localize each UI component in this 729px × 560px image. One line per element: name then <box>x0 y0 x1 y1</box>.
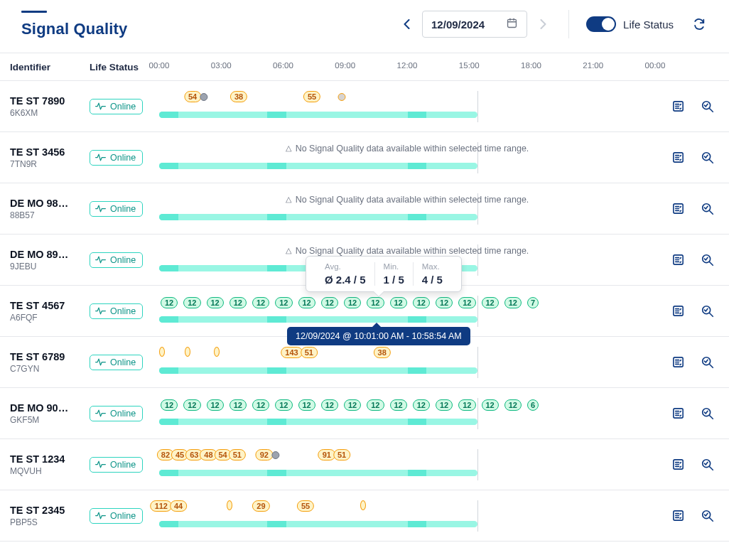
count-badge[interactable]: 6 <box>527 399 539 411</box>
details-button[interactable] <box>671 458 685 472</box>
count-badge[interactable]: 12 <box>436 297 453 308</box>
refresh-icon <box>693 18 706 31</box>
timeline-marker[interactable]: 38 <box>374 347 391 358</box>
inspect-button[interactable] <box>701 99 715 114</box>
row-actions <box>655 202 719 216</box>
count-badge[interactable]: 7 <box>527 297 539 308</box>
count-badge[interactable]: 12 <box>321 399 338 411</box>
inspect-icon <box>701 355 715 370</box>
tooltip-arrow <box>374 291 384 296</box>
timeline-marker[interactable]: 54 <box>184 91 207 102</box>
count-badge[interactable]: 12 <box>482 399 499 411</box>
identifier-cell: DE MO 89…9JEBU <box>10 249 90 271</box>
warning-icon: △ <box>286 195 291 204</box>
inspect-button[interactable] <box>701 355 715 370</box>
timeline-marker[interactable] <box>214 347 220 359</box>
status-badge: Online <box>90 252 143 268</box>
count-badge[interactable]: 12 <box>390 399 407 411</box>
count-badge[interactable]: 12 <box>183 297 200 308</box>
count-badge[interactable]: 12 <box>161 297 178 308</box>
vertical-divider <box>568 10 569 38</box>
life-status-toggle[interactable] <box>586 16 616 32</box>
inspect-button[interactable] <box>701 253 715 267</box>
details-button[interactable] <box>671 509 685 523</box>
count-badge[interactable]: 12 <box>275 297 292 308</box>
timeline-marker[interactable]: 55 <box>303 91 320 102</box>
inspect-button[interactable] <box>701 458 715 472</box>
inspect-button[interactable] <box>701 406 715 421</box>
timeline-marker[interactable]: 9151 <box>318 449 351 461</box>
timeline-marker[interactable] <box>360 500 366 512</box>
date-picker[interactable]: 12/09/2024 <box>422 11 527 38</box>
count-badge[interactable]: 12 <box>252 399 269 411</box>
next-date-button[interactable] <box>534 16 551 33</box>
details-button[interactable] <box>671 304 685 318</box>
timeline-marker[interactable]: 29 <box>252 500 269 512</box>
count-badge[interactable]: 12 <box>344 399 361 411</box>
details-button[interactable] <box>671 151 685 165</box>
calendar-icon <box>506 17 518 31</box>
count-badge[interactable]: 12 <box>413 399 430 411</box>
count-badge[interactable]: 12 <box>230 399 247 411</box>
count-badge[interactable]: 12 <box>504 297 522 308</box>
inspect-button[interactable] <box>701 151 715 165</box>
refresh-button[interactable] <box>691 16 708 33</box>
bar-segment <box>267 470 286 476</box>
timeline-marker[interactable]: 92 <box>256 449 279 461</box>
details-button[interactable] <box>671 202 685 216</box>
count-badge[interactable]: 12 <box>458 297 475 308</box>
identifier-main: TE ST 6789 <box>10 351 77 362</box>
life-status-cell: Online <box>90 201 159 217</box>
count-badge[interactable]: 12 <box>298 399 315 411</box>
timeline-marker[interactable]: 14351 <box>281 347 318 358</box>
count-badge[interactable]: 12 <box>207 399 224 411</box>
inspect-button[interactable] <box>701 509 715 523</box>
identifier-sub: 6K6XM <box>10 108 90 118</box>
details-button[interactable] <box>671 406 685 421</box>
details-button[interactable] <box>671 355 685 370</box>
count-badge[interactable]: 12 <box>413 297 430 308</box>
count-badge[interactable]: 12 <box>344 297 361 308</box>
rows-container: TE ST 78906K6XMOnline543855TE ST 34567TN… <box>0 81 729 542</box>
timeline-marker[interactable]: 51 <box>229 449 246 461</box>
chevron-right-icon <box>540 19 546 29</box>
count-badge[interactable]: 12 <box>367 297 384 308</box>
details-button[interactable] <box>671 253 685 267</box>
count-badge[interactable]: 12 <box>458 399 475 411</box>
inspect-button[interactable] <box>701 202 715 216</box>
count-badge[interactable]: 12 <box>183 399 200 411</box>
timeline-marker[interactable]: 55 <box>297 500 314 512</box>
life-status-cell: Online <box>90 457 159 473</box>
prev-date-button[interactable] <box>398 16 415 33</box>
identifier-sub: MQVUH <box>10 466 90 476</box>
timeline-cell: 1435138 <box>159 347 655 378</box>
no-data-message: △No Signal Quality data available within… <box>159 144 655 154</box>
bar-segment <box>408 214 427 220</box>
timeline-marker[interactable] <box>185 347 190 359</box>
count-badge[interactable]: 12 <box>275 399 292 411</box>
count-badge[interactable]: 12 <box>390 297 407 308</box>
timeline-marker[interactable]: 11244 <box>151 500 188 512</box>
count-badge[interactable]: 12 <box>367 399 384 411</box>
tick-label: 00:00 <box>149 61 170 70</box>
count-badge[interactable]: 12 <box>207 297 224 308</box>
count-badge[interactable]: 12 <box>161 399 178 411</box>
timeline-marker[interactable] <box>227 500 232 512</box>
count-badge[interactable]: 12 <box>230 297 247 308</box>
activity-icon <box>95 512 106 519</box>
count-badge[interactable]: 12 <box>252 297 269 308</box>
timeline-marker[interactable] <box>339 91 345 102</box>
no-data-text: No Signal Quality data available within … <box>296 144 529 154</box>
marker-lane: 543855 <box>159 91 655 105</box>
details-button[interactable] <box>671 99 685 114</box>
count-badge[interactable]: 12 <box>482 297 499 308</box>
count-badge[interactable]: 12 <box>436 399 453 411</box>
inspect-button[interactable] <box>701 304 715 318</box>
count-badge[interactable]: 12 <box>298 297 315 308</box>
count-badge[interactable]: 12 <box>321 297 338 308</box>
timeline-marker[interactable]: 38 <box>230 91 247 102</box>
count-badge[interactable]: 12 <box>504 399 522 411</box>
bar-segment <box>159 112 178 118</box>
marker-lane: 824563485451929151 <box>159 449 655 463</box>
timeline-marker[interactable] <box>159 347 165 359</box>
